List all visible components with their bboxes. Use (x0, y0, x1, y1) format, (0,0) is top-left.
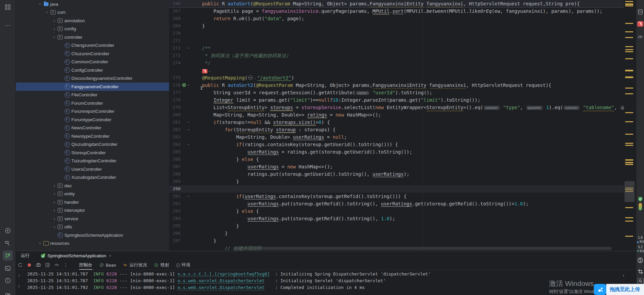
fold-chevron-icon[interactable]: › (185, 85, 192, 86)
gauge-button[interactable] (54, 262, 60, 268)
collapse-chevron-icon[interactable]: ‹ (623, 273, 624, 278)
fold-chevron-icon[interactable]: › (185, 129, 192, 130)
tree-item-interceptor[interactable]: ›interceptor (16, 206, 169, 215)
tree-item-NewstypeController[interactable]: CNewstypeController (16, 132, 169, 140)
log-logger-link[interactable]: o.s.web.servlet.DispatcherServlet (178, 285, 264, 290)
tab-bean[interactable]: Bean (97, 260, 118, 270)
tree-chevron-icon[interactable]: › (45, 9, 50, 15)
tree-item-ForumtypeController[interactable]: CForumtypeController (16, 116, 169, 124)
tree-item-FangyuanxinxiController[interactable]: CFangyuanxinxiController (16, 83, 169, 91)
fold-chevron-icon[interactable]: › (185, 47, 192, 49)
tree-item-QiuzudingdanController[interactable]: CQiuzudingdanController (16, 140, 169, 149)
code-line-292[interactable]: 292 userRatings.put(storeup.getRefid().t… (169, 200, 624, 207)
tree-item-service[interactable]: ›service (16, 215, 169, 223)
code-line-272[interactable]: 272›/** (169, 44, 624, 52)
tree-chevron-icon[interactable]: › (52, 18, 57, 23)
code-line-273[interactable]: 273 * 协同算法（基于用户收藏的协同算法） (169, 52, 624, 59)
tree-item-NewsController[interactable]: CNewsController (16, 124, 169, 132)
tree-item-utils[interactable]: ›utils (16, 223, 169, 231)
tree-chevron-icon[interactable]: › (52, 208, 57, 213)
tree-chevron-icon[interactable]: › (52, 216, 57, 221)
problems-icon[interactable] (3, 275, 13, 286)
services-icon[interactable] (3, 226, 13, 236)
tree-item-XuzudingdanController[interactable]: CXuzudingdanController (16, 173, 169, 182)
tree-item-config[interactable]: ›config (16, 25, 169, 33)
tree-item-TuizudingdanController[interactable]: CTuizudingdanController (16, 157, 169, 165)
fold-chevron-icon[interactable]: › (185, 144, 192, 145)
code-line-267[interactable]: 267 PageUtils page = fangyuanxinxiServic… (169, 7, 624, 15)
code-line-284[interactable]: 284› if(ratings.containsKey(storeup.getU… (169, 141, 624, 148)
tree-item-FileController[interactable]: CFileController (16, 91, 169, 99)
vertical-scrollbar-thumb[interactable] (624, 181, 635, 202)
database-icon[interactable] (637, 9, 644, 15)
maven-icon[interactable]: m (637, 34, 644, 39)
tree-item-ChengzurenController[interactable]: CChengzurenController (16, 41, 169, 50)
tab-mapping[interactable]: 映射 (152, 260, 171, 270)
tree-chevron-icon[interactable]: › (38, 1, 43, 7)
tree-item-entity[interactable]: ›entity (16, 190, 169, 198)
screenshot-crop-icon[interactable] (637, 269, 644, 274)
log-logger-link[interactable]: o.s.web.servlet.DispatcherServlet (178, 278, 264, 284)
editor[interactable]: 246public R autoSort(@RequestParam Map<S… (169, 0, 624, 251)
code-line-276[interactable]: 276›public R autoSort2(@RequestParam Map… (169, 81, 624, 89)
code-line-287[interactable]: 287 userRatings = new HashMap<>(); (169, 163, 624, 170)
screenshot-button[interactable] (35, 262, 41, 268)
code-line-277[interactable]: 277 String userId = request.getSession()… (169, 89, 624, 96)
tree-chevron-icon[interactable]: › (52, 34, 57, 40)
code-line-293[interactable]: 293 } else { (169, 207, 624, 215)
code-line-290[interactable]: 290 (169, 185, 624, 193)
editor-error-stripe[interactable] (624, 0, 636, 251)
tree-item-DiscussfangyuanxinxiController[interactable]: CDiscussfangyuanxinxiController (16, 74, 169, 83)
tree-item-com[interactable]: ›com (16, 8, 169, 17)
scroll-down-icon[interactable]: ↓ (18, 283, 20, 288)
rerun-button[interactable] (17, 262, 23, 268)
code-line-inlay[interactable]: 飞› (169, 67, 624, 74)
tree-item-ForumreportController[interactable]: CForumreportController (16, 107, 169, 116)
tree-chevron-icon[interactable]: › (52, 200, 57, 205)
tree-chevron-icon[interactable]: › (52, 191, 57, 196)
run-toolwindow-icon[interactable] (3, 251, 13, 261)
code-line-288[interactable]: 288 ratings.put(storeup.getUserid().toSt… (169, 170, 624, 178)
tree-item-controller[interactable]: ›controller (16, 33, 169, 41)
horizontal-scrollbar[interactable] (233, 247, 612, 250)
fold-chevron-icon[interactable]: › (185, 122, 192, 123)
stop-button[interactable] (26, 262, 32, 268)
run-config-tab[interactable]: SpringbootSchemaApplication × (38, 251, 114, 260)
tree-item-UsersController[interactable]: CUsersController (16, 165, 169, 173)
scroll-up-icon[interactable]: ↑ (18, 273, 20, 278)
tree-item-dao[interactable]: ›dao (16, 182, 169, 190)
tree-chevron-icon[interactable]: › (52, 183, 57, 188)
code-line-281[interactable]: 281› if(storeups!=null && storeups.size(… (169, 119, 624, 126)
search-icon[interactable] (638, 278, 644, 284)
code-line-283[interactable]: 283 Map<String, Double> userRatings = nu… (169, 133, 624, 141)
code-line-274[interactable]: 274 */ (169, 59, 624, 67)
project-structure-icon[interactable] (3, 2, 13, 12)
tree-chevron-icon[interactable]: › (38, 240, 43, 246)
red-plugin-icon[interactable]: 飞 (637, 21, 644, 27)
tree-item-StoreupController[interactable]: CStoreupController (16, 149, 169, 157)
commit-icon[interactable] (3, 290, 13, 295)
terminal-icon[interactable] (3, 263, 13, 273)
tree-item-ChuzurenController[interactable]: CChuzurenController (16, 50, 169, 58)
tab-env[interactable]: { } 环境 (174, 260, 192, 270)
inspection-shield-icon[interactable] (637, 196, 644, 202)
tree-chevron-icon[interactable]: › (52, 26, 57, 31)
upload-drop-badge[interactable]: 拖拽至此上传 (594, 284, 644, 295)
tree-item-ConfigController[interactable]: CConfigController (16, 66, 169, 74)
code-line-246[interactable]: 246public R autoSort(@RequestParam Map<S… (169, 0, 624, 8)
tree-item-CommonController[interactable]: CCommonController (16, 58, 169, 66)
swirl-app-icon[interactable] (637, 257, 644, 263)
code-line-280[interactable]: 280 Map<String, Map<String, Double>> rat… (169, 111, 624, 119)
code-line-282[interactable]: 282› for(StoreupEntity storeup : storeup… (169, 126, 624, 133)
code-line-275[interactable]: 275@RequestMapping(›"/autoSort2") (169, 74, 624, 81)
tree-item-java[interactable]: ›java (16, 0, 169, 8)
log-logger-link[interactable]: o.a.c.c.C.[.[.[/springbootfwqf5xg6] (178, 271, 270, 277)
code-line-269[interactable]: 269} (169, 22, 624, 30)
build-icon[interactable] (3, 238, 13, 249)
code-line-289[interactable]: 289 } (169, 178, 624, 185)
code-line-297[interactable]: 297 } (169, 237, 624, 244)
more-tool-windows-icon[interactable]: ⋯ (3, 20, 13, 30)
code-line-278[interactable]: 278 Integer limit = params.get("limit")=… (169, 96, 624, 104)
tree-item-SpringbootSchemaApplication[interactable]: CSpringbootSchemaApplication (16, 231, 169, 239)
code-line-285[interactable]: 285 userRatings = ratings.get(storeup.ge… (169, 148, 624, 156)
